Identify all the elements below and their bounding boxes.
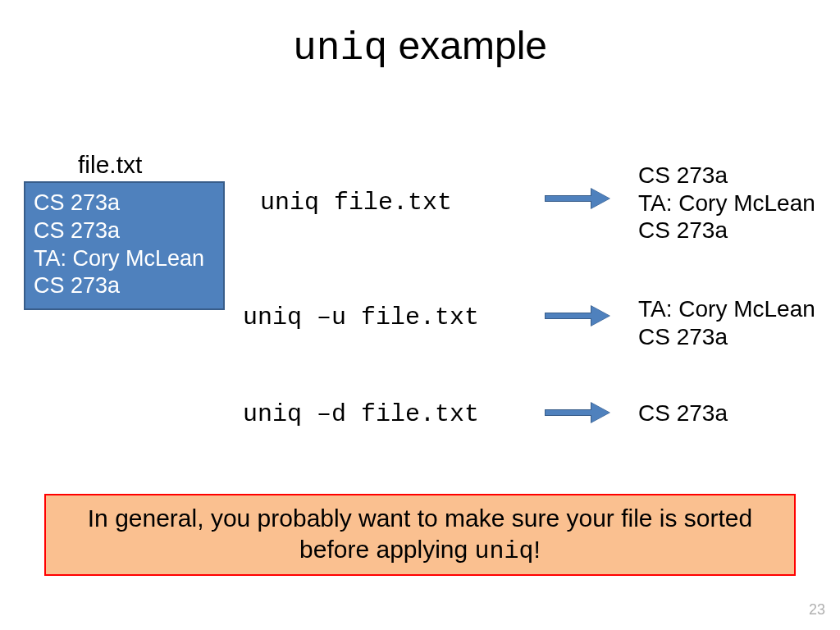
output-line: CS 273a [638, 162, 815, 189]
note-text: In general, you probably want to make su… [62, 503, 778, 567]
page-number: 23 [809, 601, 825, 619]
command-1: uniq file.txt [260, 189, 452, 217]
output-line: CS 273a [638, 217, 815, 244]
file-line: CS 273a [34, 272, 217, 300]
file-line: CS 273a [34, 189, 217, 217]
output-3: CS 273a [638, 399, 728, 427]
output-line: TA: Cory McLean [638, 295, 815, 323]
file-line: TA: Cory McLean [34, 245, 217, 273]
output-line: TA: Cory McLean [638, 189, 815, 217]
command-2: uniq –u file.txt [243, 304, 479, 331]
output-line: CS 273a [638, 399, 728, 427]
title-command: uniq [293, 26, 387, 71]
arrow-icon [545, 306, 612, 326]
slide-title: uniq example [0, 23, 840, 71]
title-text: example [387, 24, 547, 67]
output-line: CS 273a [638, 323, 815, 351]
output-2: TA: Cory McLean CS 273a [638, 295, 815, 350]
command-3: uniq –d file.txt [243, 400, 479, 428]
file-contents-box: CS 273a CS 273a TA: Cory McLean CS 273a [24, 181, 225, 310]
note-box: In general, you probably want to make su… [44, 494, 796, 576]
file-line: CS 273a [34, 217, 217, 245]
arrow-icon [545, 403, 612, 422]
output-1: CS 273a TA: Cory McLean CS 273a [638, 162, 815, 244]
note-command: uniq [475, 537, 534, 565]
arrow-icon [545, 189, 612, 208]
file-label: file.txt [78, 151, 142, 179]
